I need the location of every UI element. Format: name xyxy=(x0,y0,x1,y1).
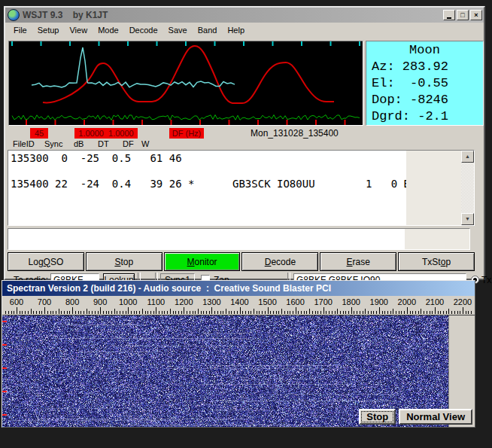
scale-tick xyxy=(440,311,441,314)
spectran-titlebar[interactable]: Spectran Version 2 (build 216) - Audio s… xyxy=(2,281,475,296)
scale-tick xyxy=(376,311,377,314)
moon-elevation: El: -0.55 xyxy=(366,75,483,92)
scale-tick xyxy=(357,311,357,314)
col-sync: Sync xyxy=(44,139,62,149)
scale-tick xyxy=(306,311,307,314)
scale-tick xyxy=(284,311,285,314)
scale-tick xyxy=(178,311,179,314)
scale-tick xyxy=(348,311,349,314)
stop-button[interactable]: Stop xyxy=(86,252,162,271)
moon-info-panel: Moon Az: 283.92 El: -0.55 Dop: -8246 Dgr… xyxy=(366,41,484,126)
scale-tick xyxy=(50,311,51,314)
scale-tick xyxy=(198,309,199,314)
moon-doppler: Dop: -8246 xyxy=(366,92,483,108)
scale-tick xyxy=(443,311,444,314)
scale-tick xyxy=(28,311,29,314)
scale-tick xyxy=(382,311,383,314)
col-fileid: FileID xyxy=(13,139,35,149)
menu-decode[interactable]: Decode xyxy=(124,24,163,36)
scale-tick xyxy=(126,311,126,314)
scale-tick xyxy=(237,311,238,314)
scale-tick xyxy=(304,311,305,314)
scale-label: 1200 xyxy=(169,297,199,306)
spectran-title: Spectran Version 2 (build 216) - Audio s… xyxy=(7,283,331,294)
close-button[interactable]: × xyxy=(470,10,482,20)
scale-label: 700 xyxy=(29,297,59,306)
menu-mode[interactable]: Mode xyxy=(93,24,124,36)
scale-tick xyxy=(363,311,363,314)
col-w: W xyxy=(141,139,149,149)
scale-tick xyxy=(123,311,123,314)
scale-tick xyxy=(430,311,430,314)
average-text-area[interactable] xyxy=(8,228,470,250)
scale-tick xyxy=(234,311,235,314)
decode-line: 135400 22 -24 0.4 39 26 * GB3SCK IO80UU … xyxy=(11,178,410,190)
wsjt-titlebar[interactable]: WSJT 9.3 by K1JT □ × xyxy=(5,8,484,23)
scale-tick xyxy=(69,311,70,314)
scale-tick xyxy=(142,309,143,314)
spectran-stop-button[interactable]: Stop xyxy=(359,409,396,425)
scale-tick xyxy=(278,311,279,314)
scale-tick xyxy=(226,309,226,314)
scale-tick xyxy=(231,311,232,314)
menu-file[interactable]: File xyxy=(8,24,32,36)
waterfall-display: Stop Normal View xyxy=(2,315,475,427)
decode-side-panel xyxy=(406,151,461,225)
scale-tick xyxy=(195,311,196,314)
scale-tick xyxy=(36,311,37,314)
scale-tick xyxy=(421,309,421,314)
scale-tick xyxy=(103,311,104,314)
scale-label: 800 xyxy=(57,297,87,306)
scale-tick xyxy=(262,311,263,314)
log-qso-button[interactable]: Log QSO xyxy=(8,252,84,271)
minimize-button[interactable] xyxy=(443,10,455,20)
txstop-button[interactable]: TxStop xyxy=(398,252,475,271)
menu-band[interactable]: Band xyxy=(193,24,223,36)
current-file-label: Mon_131028_135400 xyxy=(251,128,339,139)
scale-tick xyxy=(211,307,212,314)
scale-tick xyxy=(64,311,65,314)
scale-tick xyxy=(220,311,221,314)
noise-trace-green xyxy=(12,115,360,120)
scale-tick xyxy=(463,307,463,314)
menu-save[interactable]: Save xyxy=(163,24,193,36)
scale-tick xyxy=(41,311,42,314)
normal-view-button[interactable]: Normal View xyxy=(399,409,472,425)
minimize-icon xyxy=(447,11,451,19)
scroll-down-icon[interactable]: ▼ xyxy=(461,213,474,225)
scale-tick xyxy=(254,309,254,314)
scale-tick xyxy=(175,311,176,314)
decode-line: 135300 0 -25 0.5 61 46 xyxy=(11,152,182,164)
scale-label: 1600 xyxy=(281,297,311,306)
decode-button[interactable]: Decode xyxy=(241,252,318,271)
menu-setup[interactable]: Setup xyxy=(32,24,65,36)
scale-tick xyxy=(47,311,48,314)
scale-tick xyxy=(432,311,433,314)
scale-tick xyxy=(401,311,402,314)
scale-tick xyxy=(323,307,324,314)
scale-label: 2100 xyxy=(420,297,450,306)
scale-tick xyxy=(131,311,132,314)
erase-button[interactable]: Erase xyxy=(320,252,396,271)
signal-graph xyxy=(8,41,363,126)
scale-tick xyxy=(20,311,20,314)
scale-tick xyxy=(329,311,330,314)
scale-tick xyxy=(56,311,56,314)
scale-tick xyxy=(340,311,341,314)
scale-tick xyxy=(317,311,318,314)
scale-tick xyxy=(223,311,223,314)
decode-scrollbar[interactable]: ▲ ▼ xyxy=(461,151,474,225)
decode-output-area[interactable]: 135300 0 -25 0.5 61 46 135400 22 -24 0.4… xyxy=(8,150,475,226)
frequency-scale: 6007008009001000110012001300140015001600… xyxy=(2,296,475,315)
moon-panel-title: Moon xyxy=(366,42,483,59)
scale-tick xyxy=(390,311,391,314)
scroll-up-icon[interactable]: ▲ xyxy=(461,151,474,163)
monitor-button[interactable]: Monitor xyxy=(164,252,241,271)
menu-help[interactable]: Help xyxy=(222,24,250,36)
menu-view[interactable]: View xyxy=(64,24,93,36)
scale-tick xyxy=(80,311,81,314)
scale-tick xyxy=(454,311,455,314)
scale-tick xyxy=(44,307,45,314)
maximize-button[interactable]: □ xyxy=(457,10,469,20)
scale-tick xyxy=(248,311,249,314)
